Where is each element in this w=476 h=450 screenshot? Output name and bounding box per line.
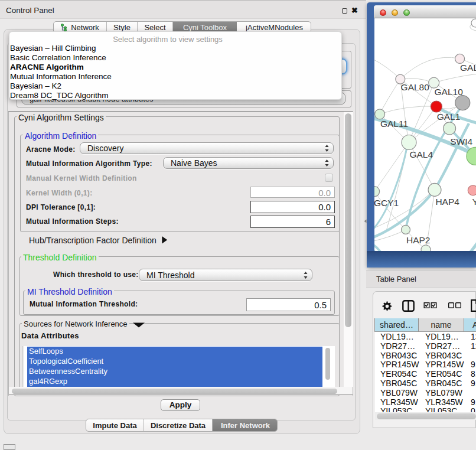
svg-text:GCY1: GCY1 — [374, 198, 399, 208]
svg-text:GAL10: GAL10 — [435, 87, 464, 97]
svg-text:GAL80: GAL80 — [401, 82, 430, 92]
svg-text:HAP4: HAP4 — [435, 197, 459, 207]
svg-text:Y: Y — [472, 197, 476, 207]
svg-text:GAL7: GAL7 — [460, 63, 476, 73]
svg-text:GAL11: GAL11 — [380, 119, 408, 129]
svg-text:GAL4: GAL4 — [409, 149, 433, 159]
svg-text:SWI4: SWI4 — [450, 136, 472, 146]
svg-text:HAP2: HAP2 — [406, 235, 431, 245]
svg-text:GAL1: GAL1 — [437, 112, 461, 122]
